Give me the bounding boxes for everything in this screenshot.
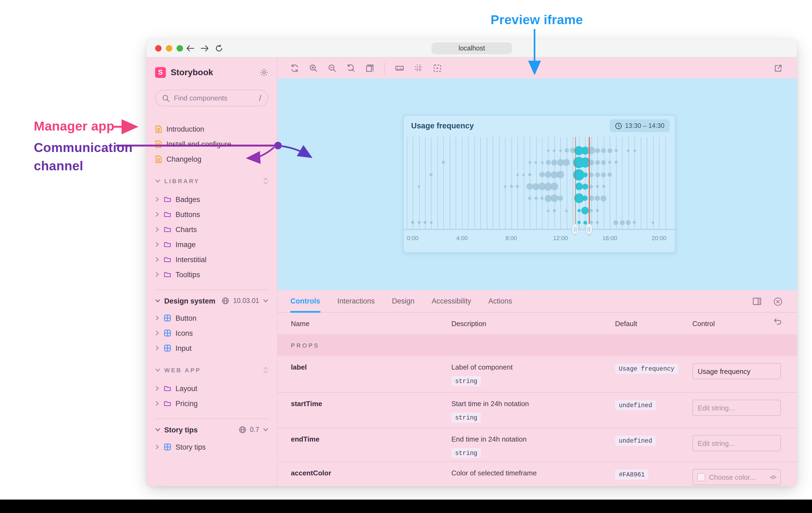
startTime-control-input[interactable] [692, 400, 781, 416]
folder-icon [164, 211, 171, 218]
accentColor-color-control[interactable]: Choose color...</> [692, 469, 781, 485]
endTime-control-input[interactable] [692, 435, 781, 451]
usage-frequency-chart[interactable]: 0:004:008:0012:0016:0020:00 [404, 115, 675, 252]
selection-end-handle[interactable] [585, 223, 592, 235]
back-icon[interactable] [186, 45, 194, 52]
folder-icon [164, 256, 171, 263]
bubble [547, 209, 550, 212]
sidebar-item-button[interactable]: Button [146, 310, 277, 326]
search-input[interactable]: Find components / [155, 90, 268, 106]
forward-icon[interactable] [201, 45, 209, 52]
panel-position-icon[interactable] [752, 297, 761, 306]
sidebar-item-install-and-configure[interactable]: Install and configure [146, 136, 277, 152]
gridline [425, 137, 426, 230]
version-label: 10.03.01 [233, 297, 259, 304]
prop-control: Choose color...</> [692, 462, 797, 486]
chevron-down-icon [155, 179, 161, 183]
gear-icon[interactable] [260, 68, 268, 77]
sidebar-item-buttons[interactable]: Buttons [146, 207, 277, 222]
bubble-highlighted [581, 207, 589, 214]
brand-title[interactable]: Storybook [171, 68, 260, 77]
prop-row-startTime: startTimeStart time in 24h notationstrin… [278, 392, 797, 428]
prop-row-endTime: endTimeEnd time in 24h notationstringund… [278, 428, 797, 461]
ruler-icon[interactable] [395, 64, 404, 72]
prop-default-chip: undefined [615, 436, 656, 446]
zoom-out-icon[interactable] [328, 64, 337, 72]
prop-control [692, 356, 797, 392]
prop-control [692, 428, 797, 461]
bubble [541, 197, 544, 200]
address-bar[interactable]: localhost [432, 43, 512, 54]
selection-start-handle[interactable] [572, 223, 579, 235]
reset-controls-icon[interactable] [773, 318, 782, 326]
bottom-bar [0, 500, 812, 513]
root-header-story-tips[interactable]: Story tips0.7 [146, 422, 277, 437]
section-header-library[interactable]: LIBRARY [146, 173, 277, 189]
sidebar-item-interstitial[interactable]: Interstitial [146, 252, 277, 267]
sidebar-item-tooltips[interactable]: Tooltips [146, 267, 277, 282]
tab-interactions[interactable]: Interactions [337, 290, 375, 313]
grid-icon[interactable] [414, 64, 423, 72]
sidebar-item-input[interactable]: Input [146, 341, 277, 356]
sidebar-item-label: Pricing [175, 399, 268, 407]
axis-tick-label: 16:00 [603, 235, 617, 241]
folder-icon [164, 385, 171, 392]
annotation-communication-channel: Communication channel [34, 139, 133, 175]
close-panel-icon[interactable] [773, 297, 782, 306]
maximize-window-button[interactable] [177, 45, 183, 52]
prop-default-chip: undefined [615, 400, 656, 410]
minimize-window-button[interactable] [166, 45, 172, 52]
gridline [456, 137, 457, 230]
bubble [442, 161, 445, 164]
version-selector[interactable]: 10.03.01 [222, 297, 268, 304]
bubble [558, 195, 563, 201]
sidebar-item-introduction[interactable]: Introduction [146, 122, 277, 136]
sidebar-item-label: Buttons [175, 210, 268, 218]
annotation-preview-iframe: Preview iframe [491, 12, 598, 27]
close-window-button[interactable] [155, 45, 162, 52]
usage-frequency-card: Usage frequency 13:30 – 14:30 0:004:008:… [403, 115, 676, 253]
component-icon [164, 314, 171, 322]
version-selector[interactable]: 0.7 [238, 426, 268, 433]
open-external-icon[interactable] [774, 64, 782, 72]
viewports-icon[interactable] [366, 64, 374, 72]
zoom-in-icon[interactable] [309, 64, 318, 72]
sidebar-item-icons[interactable]: Icons [146, 326, 277, 341]
browser-chrome: localhost [146, 39, 797, 57]
bubble [510, 185, 513, 188]
bubble [596, 221, 599, 224]
chevron-right-icon [155, 345, 160, 351]
bubble [528, 173, 531, 176]
sidebar-item-label: Interstitial [175, 255, 268, 264]
gridline [659, 137, 660, 230]
sidebar-item-charts[interactable]: Charts [146, 222, 277, 237]
tab-accessibility[interactable]: Accessibility [432, 290, 471, 313]
bubble [651, 221, 654, 224]
gridline [413, 137, 413, 230]
sync-icon[interactable] [290, 64, 299, 72]
zoom-reset-icon[interactable] [347, 64, 355, 72]
root-header-design-system[interactable]: Design system10.03.01 [146, 293, 277, 308]
storybook-logo[interactable]: S [155, 67, 166, 78]
bubble [557, 171, 564, 178]
tab-controls[interactable]: Controls [290, 290, 320, 313]
prop-type-chip: string [451, 412, 481, 423]
label-control-input[interactable] [692, 363, 781, 379]
outline-icon[interactable] [433, 64, 442, 72]
search-icon [162, 94, 170, 102]
bubble [596, 209, 599, 212]
reload-icon[interactable] [215, 45, 223, 52]
sidebar-item-pricing[interactable]: Pricing [146, 396, 277, 411]
bubble [564, 148, 569, 153]
gridline [622, 137, 622, 230]
sidebar-item-image[interactable]: Image [146, 237, 277, 252]
sidebar-item-badges[interactable]: Badges [146, 192, 277, 207]
section-header-web-app[interactable]: WEB APP [146, 362, 277, 378]
sidebar-item-changelog[interactable]: Changelog [146, 152, 277, 166]
sidebar-item-layout[interactable]: Layout [146, 381, 277, 396]
tab-actions[interactable]: Actions [488, 290, 512, 313]
sidebar-item-story-tips[interactable]: Story tips [146, 439, 277, 455]
chevron-right-icon [155, 444, 160, 450]
tab-design[interactable]: Design [392, 290, 414, 313]
props-section-label: PROPS [278, 334, 797, 356]
